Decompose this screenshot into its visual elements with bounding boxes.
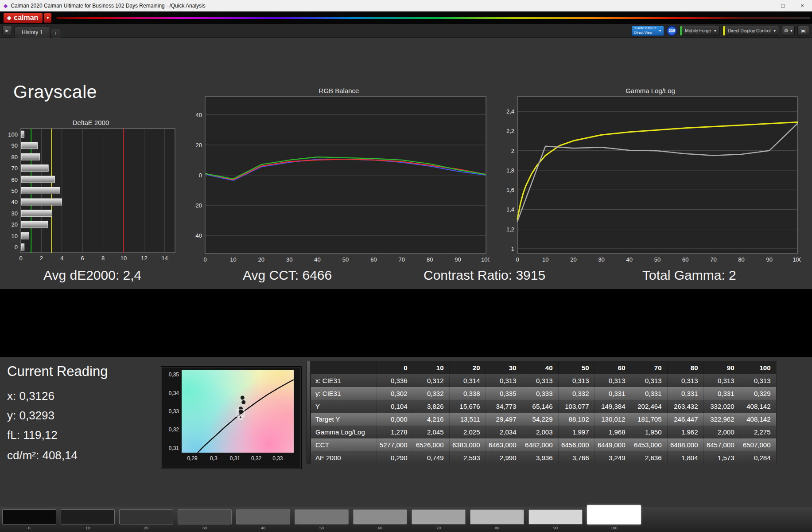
- chevron-down-icon: ▼: [773, 29, 776, 32]
- table-cell: 34,773: [486, 400, 522, 413]
- svg-text:30: 30: [12, 210, 18, 217]
- svg-text:1,6: 1,6: [506, 187, 514, 193]
- current-reading-title: Current Reading: [7, 364, 108, 379]
- add-tab-button[interactable]: +: [50, 29, 61, 38]
- reading-y: y: 0,3293: [7, 409, 54, 422]
- minimize-button[interactable]: —: [754, 0, 773, 11]
- pattern-level-button[interactable]: [295, 509, 349, 524]
- pattern-level-button[interactable]: [412, 509, 466, 524]
- total-gamma-stat: Total Gamma: 2: [642, 268, 736, 283]
- table-cell: 0,329: [740, 387, 776, 400]
- svg-text:2: 2: [511, 148, 514, 154]
- table-cell: 13,511: [449, 413, 486, 426]
- display-control-label: Direct Display Control: [728, 28, 771, 33]
- table-cell: 88,102: [558, 413, 594, 426]
- table-cell: 246,447: [667, 413, 703, 426]
- svg-text:0: 0: [15, 244, 18, 250]
- pattern-level-button[interactable]: [470, 509, 524, 524]
- table-cell: 2,000: [703, 426, 740, 438]
- display-control-accent: [723, 26, 725, 35]
- table-cell: 3,766: [558, 451, 594, 464]
- pattern-level-button[interactable]: [353, 509, 407, 524]
- table-cell: 2,990: [486, 451, 522, 464]
- svg-text:0: 0: [516, 256, 519, 263]
- pattern-level-button[interactable]: [587, 505, 641, 524]
- table-row: CCT5277,0006526,0006383,0006463,0006482,…: [311, 438, 776, 451]
- deltae-chart-title: DeltaE 2000: [4, 119, 177, 128]
- layout-button[interactable]: ▣: [797, 26, 809, 36]
- svg-text:100: 100: [481, 256, 490, 263]
- table-cell: 6457,000: [703, 438, 740, 451]
- table-gutter: [307, 361, 311, 464]
- table-cell: 0,333: [522, 387, 558, 400]
- rgb-balance-chart: RGB Balance 40200-20-4001020304050607080…: [188, 87, 490, 265]
- svg-text:0,29: 0,29: [187, 455, 198, 462]
- table-col-header: 10: [413, 361, 449, 374]
- device-toolbar: X-Rite i1Pro 2 Direct View ▼ 216 Mobile …: [632, 26, 809, 36]
- svg-text:70: 70: [399, 256, 405, 263]
- table-cell: 0,338: [449, 387, 486, 400]
- tab-history-1[interactable]: History 1: [14, 27, 50, 38]
- svg-text:10: 10: [230, 256, 236, 263]
- svg-text:50: 50: [12, 188, 18, 194]
- pattern-level-button[interactable]: [178, 509, 232, 524]
- table-cell: 0,313: [703, 374, 740, 387]
- window-title: Calman 2020 Calman Ultimate for Business…: [11, 3, 750, 9]
- source-label: Mobile Forge: [685, 28, 711, 33]
- deltae-chart: DeltaE 2000 1009080706050403020100024681…: [4, 119, 177, 262]
- pattern-level-button[interactable]: [2, 509, 56, 524]
- settings-button[interactable]: ⚙ ▼: [782, 26, 795, 36]
- table-col-header: 100: [740, 361, 776, 374]
- table-row-label: Target Y: [311, 413, 377, 426]
- svg-text:40: 40: [626, 256, 633, 263]
- meter-selector[interactable]: X-Rite i1Pro 2 Direct View ▼: [632, 26, 664, 36]
- deltae-chart-plot: 100908070605040302010002468101214: [4, 128, 177, 262]
- svg-text:0,32: 0,32: [169, 426, 179, 433]
- chevron-down-icon: ▼: [714, 29, 717, 32]
- avg-de2000-stat: Avg dE2000: 2,4: [43, 268, 141, 283]
- source-selector[interactable]: Mobile Forge ▼: [680, 26, 719, 36]
- table-cell: 322,962: [703, 413, 740, 426]
- pattern-level-button[interactable]: [119, 509, 173, 524]
- svg-text:30: 30: [286, 256, 292, 263]
- pattern-level-label: 0: [28, 526, 30, 530]
- chevron-down-icon: ▼: [790, 29, 793, 32]
- chevron-down-icon: ▼: [658, 29, 661, 32]
- pattern-level-40: 40: [236, 507, 290, 530]
- page-title: Grayscale: [13, 82, 97, 102]
- pattern-level-button[interactable]: [236, 509, 290, 524]
- table-cell: 1,804: [667, 451, 703, 464]
- history-nav-button[interactable]: ▶: [2, 26, 12, 35]
- logo-dropdown[interactable]: ▼: [44, 13, 51, 23]
- svg-text:70: 70: [12, 165, 18, 172]
- pattern-level-buttons: 0102030405060708090100: [2, 507, 641, 530]
- close-button[interactable]: ×: [793, 0, 812, 11]
- table-cell: 0,284: [740, 451, 776, 464]
- table-cell: 2,025: [449, 426, 486, 438]
- table-cell: 202,464: [631, 400, 667, 413]
- svg-text:50: 50: [654, 256, 660, 263]
- table-row-label: CCT: [311, 438, 377, 451]
- measurement-table: 0102030405060708090100x: CIE310,3360,312…: [307, 361, 777, 464]
- svg-text:80: 80: [738, 256, 744, 263]
- reading-fl: fL: 119,12: [7, 428, 58, 442]
- svg-text:40: 40: [12, 199, 18, 205]
- display-control-selector[interactable]: Direct Display Control ▼: [723, 26, 780, 36]
- table-cell: 29,497: [486, 413, 522, 426]
- table-col-header: 70: [631, 361, 667, 374]
- table-cell: 0,313: [558, 374, 594, 387]
- table-cell: 6449,000: [594, 438, 631, 451]
- svg-text:90: 90: [766, 256, 773, 263]
- brand-name: calman: [14, 14, 38, 22]
- table-col-header: 30: [486, 361, 522, 374]
- reading-cdm2: cd/m²: 408,14: [7, 449, 78, 462]
- table-row: Y0,1043,82615,67634,77365,146103,077149,…: [311, 400, 776, 413]
- maximize-button[interactable]: □: [773, 0, 793, 11]
- svg-text:0: 0: [203, 256, 206, 263]
- meter-status-badge[interactable]: 216: [667, 26, 677, 36]
- pattern-level-button[interactable]: [528, 509, 583, 524]
- pattern-level-button[interactable]: [61, 509, 115, 524]
- calman-logo[interactable]: ◆calman ▼: [4, 13, 51, 23]
- table-cell: 6507,000: [740, 438, 776, 451]
- svg-text:60: 60: [12, 176, 18, 183]
